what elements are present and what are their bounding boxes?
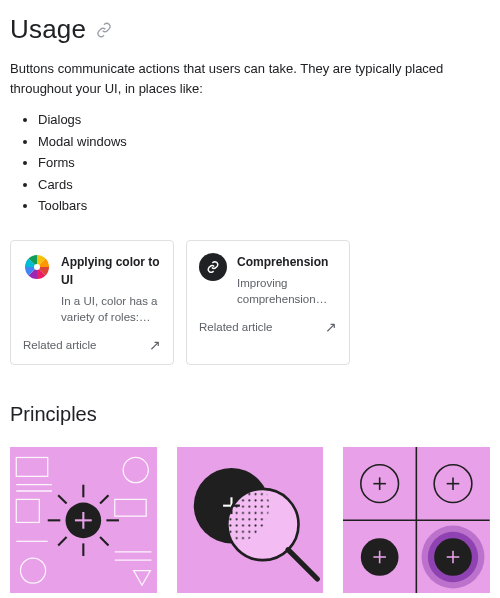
anchor-link-icon[interactable] bbox=[96, 22, 112, 38]
card-desc: In a UI, color has a variety of roles:… bbox=[61, 293, 161, 325]
svg-point-0 bbox=[34, 264, 40, 270]
card-title: Applying color to UI bbox=[61, 253, 161, 289]
arrow-outward-icon: ↗ bbox=[149, 335, 161, 356]
list-item: Forms bbox=[38, 153, 490, 173]
related-cards-row: Applying color to UI In a UI, color has … bbox=[10, 240, 490, 365]
principle-illustration-findable bbox=[177, 447, 324, 594]
principle-illustration-clear bbox=[343, 447, 490, 594]
card-title: Comprehension bbox=[237, 253, 337, 271]
card-footer-label: Related article bbox=[23, 337, 97, 354]
usage-title: Usage bbox=[10, 10, 86, 49]
list-item: Modal windows bbox=[38, 132, 490, 152]
arrow-outward-icon: ↗ bbox=[325, 317, 337, 338]
usage-heading: Usage bbox=[10, 10, 490, 49]
list-item: Cards bbox=[38, 175, 490, 195]
related-card-color[interactable]: Applying color to UI In a UI, color has … bbox=[10, 240, 174, 365]
principle-identifiable: Identifiable Buttons should indicate tha… bbox=[10, 447, 157, 598]
related-card-comprehension[interactable]: Comprehension Improving comprehension… R… bbox=[186, 240, 350, 365]
list-item: Toolbars bbox=[38, 196, 490, 216]
principle-illustration-identifiable bbox=[10, 447, 157, 594]
principles-row: Identifiable Buttons should indicate tha… bbox=[10, 447, 490, 598]
color-wheel-icon bbox=[23, 253, 51, 281]
card-footer-label: Related article bbox=[199, 319, 273, 336]
principles-heading: Principles bbox=[10, 399, 490, 429]
usage-list: Dialogs Modal windows Forms Cards Toolba… bbox=[10, 110, 490, 216]
principle-clear: Clear A button's action and state should… bbox=[343, 447, 490, 598]
link-chain-icon bbox=[199, 253, 227, 281]
card-desc: Improving comprehension… bbox=[237, 275, 337, 307]
usage-intro: Buttons communicate actions that users c… bbox=[10, 59, 490, 98]
principle-findable: Findable Buttons should be easy to find … bbox=[177, 447, 324, 598]
list-item: Dialogs bbox=[38, 110, 490, 130]
